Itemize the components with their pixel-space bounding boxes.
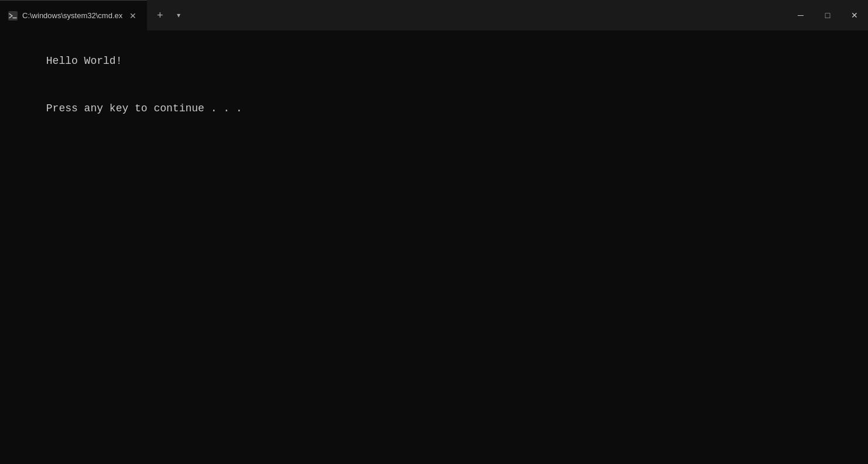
- tabs-dropdown-button[interactable]: ▾: [170, 7, 187, 23]
- tab-close-button[interactable]: ✕: [127, 10, 139, 22]
- terminal-line-1: Hello World!: [46, 55, 122, 67]
- minimize-button[interactable]: ─: [787, 0, 814, 30]
- svg-rect-0: [8, 11, 18, 21]
- terminal-body[interactable]: Hello World! Press any key to continue .…: [0, 30, 868, 464]
- new-tab-button[interactable]: +: [149, 5, 170, 26]
- terminal-line-2: Press any key to continue . . .: [46, 103, 242, 114]
- active-tab[interactable]: C:\windows\system32\cmd.ex ✕: [0, 0, 147, 30]
- terminal-window: C:\windows\system32\cmd.ex ✕ + ▾ ─ □ ✕ H…: [0, 0, 868, 464]
- titlebar: C:\windows\system32\cmd.ex ✕ + ▾ ─ □ ✕: [0, 0, 868, 30]
- close-button[interactable]: ✕: [841, 0, 868, 30]
- tab-title: C:\windows\system32\cmd.ex: [22, 11, 122, 20]
- maximize-button[interactable]: □: [814, 0, 841, 30]
- window-controls: ─ □ ✕: [787, 0, 868, 30]
- terminal-output: Hello World! Press any key to continue .…: [8, 37, 860, 132]
- cmd-icon: [8, 11, 18, 21]
